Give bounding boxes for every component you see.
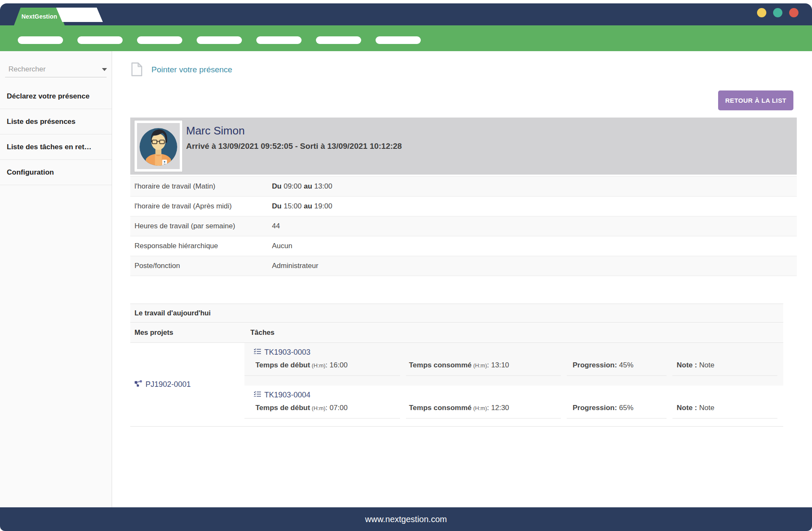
field-value: Note [699,404,714,412]
blank-tab[interactable] [56,8,103,22]
task-progress: Progression:65% [567,404,667,419]
table-header-row: Mes projets Tâches [130,323,783,343]
row-label: l'horaire de travail (Matin) [130,182,272,191]
page-title[interactable]: Pointer votre présence [151,65,232,74]
sidebar-item-liste-taches[interactable]: Liste des tâches en ret… [0,134,112,160]
footer-url[interactable]: www.nextgestion.com [365,515,447,524]
nav-placeholder-item[interactable] [18,36,63,44]
field-label: Note : [677,404,697,412]
column-header-projects: Mes projets [130,323,244,342]
nav-placeholder-item[interactable] [256,36,302,44]
task-link[interactable]: TK1903-0003 [254,348,783,357]
table-row: Poste/fonction Administrateur [130,256,797,276]
sidebar-item-label: Configuration [7,168,54,177]
task-details: Temps de début(H:m):16:00 Temps consommé… [244,361,783,376]
nav-placeholder-item[interactable] [137,36,182,44]
nav-placeholder-item[interactable] [316,36,361,44]
tasks-list: TK1903-0003 Temps de début(H:m):16:00 Te… [244,343,783,426]
row-label: Heures de travail (par semaine) [130,222,272,230]
project-hierarchy-icon [134,380,143,389]
field-value: 13:10 [491,361,509,369]
section-title: Le travail d'aujourd'hui [130,304,783,323]
table-row: Heures de travail (par semaine) 44 [130,216,797,236]
task-id: TK1903-0003 [264,348,310,357]
value-part: 19:00 [314,202,332,210]
row-label: Poste/fonction [130,262,272,270]
project-link[interactable]: PJ1902-0001 [130,343,244,426]
window-control-teal-icon[interactable] [773,8,782,17]
chevron-down-icon [102,68,107,71]
employee-info-table: l'horaire de travail (Matin) Du09:00au13… [130,176,797,276]
field-value: 16:00 [329,361,348,369]
value-part: au [304,182,312,190]
project-row: PJ1902-0001 [130,343,783,427]
project-id: PJ1902-0001 [145,380,191,389]
task-start-time: Temps de début(H:m):07:00 [244,404,400,419]
column-header-tasks: Tâches [244,323,783,342]
table-row: l'horaire de travail (Matin) Du09:00au13… [130,177,797,197]
table-row: l'horaire de travail (Après midi) Du15:0… [130,197,797,216]
app-window: NextGestion Déclarez votre présence List… [0,0,812,531]
sidebar: Déclarez votre présence Liste des présen… [0,51,112,507]
main-nav-bar [0,25,812,51]
task-consumed-time: Temps consommé(H:m):13:10 [406,361,561,376]
field-unit: (H:m) [312,405,326,411]
row-value: Aucun [272,242,797,250]
sidebar-item-liste-presences[interactable]: Liste des présences [0,109,112,134]
field-label: Temps de début [255,361,310,369]
field-unit: (H:m) [473,405,487,411]
value-part: Du [272,182,282,190]
sidebar-item-declarez-presence[interactable]: Déclarez votre présence [0,84,112,109]
search-select[interactable] [5,63,107,77]
task-id: TK1903-0004 [264,391,310,400]
brand-logo-text: NextGestion [22,13,58,20]
field-label: Progression: [573,361,617,369]
task-item: TK1903-0004 Temps de début(H:m):07:00 Te… [244,386,783,426]
task-link[interactable]: TK1903-0004 [254,391,783,400]
window-control-red-icon[interactable] [789,8,798,17]
task-start-time: Temps de début(H:m):16:00 [244,361,400,376]
row-value: Du15:00au19:00 [272,202,797,211]
checklist-icon [254,391,261,400]
nav-placeholder-item[interactable] [197,36,242,44]
sidebar-menu: Déclarez votre présence Liste des présen… [0,84,112,185]
row-label: l'horaire de travail (Après midi) [130,202,272,211]
value-part: au [304,202,312,210]
checklist-icon [254,348,261,357]
sidebar-item-configuration[interactable]: Configuration [0,160,112,185]
field-label: Temps de début [255,404,310,412]
value-part: 09:00 [284,182,302,190]
window-control-yellow-icon[interactable] [757,8,766,17]
field-value: 07:00 [329,404,348,412]
nav-placeholder-item[interactable] [376,36,421,44]
task-consumed-time: Temps consommé(H:m):12:30 [406,404,561,419]
back-to-list-button[interactable]: RETOUR À LA LIST [718,90,793,110]
field-sep: : [487,404,489,412]
footer-bar: www.nextgestion.com [0,507,812,531]
search-input[interactable] [5,65,102,75]
row-value: Administrateur [272,262,797,270]
field-unit: (H:m) [473,362,487,369]
table-row: Responsable hiérarchique Aucun [130,236,797,256]
field-value: 12:30 [491,404,509,412]
field-label: Temps consommé [409,361,472,369]
row-value: 44 [272,222,797,230]
sidebar-item-label: Liste des présences [7,118,76,126]
avatar [134,120,182,172]
field-unit: (H:m) [312,362,326,369]
presence-times: Arrivé à 13/09/2021 09:52:05 - Sorti à 1… [186,142,402,151]
field-label: Note : [677,361,697,369]
row-value: Du09:00au13:00 [272,182,797,191]
task-note: Note :Note [672,404,777,419]
field-label: Temps consommé [409,404,472,412]
field-label: Progression: [573,404,617,412]
field-value: Note [699,361,714,369]
window-title-bar: NextGestion [0,3,812,25]
employee-name: Marc Simon [186,124,245,137]
value-part: Du [272,202,282,210]
document-icon [131,62,143,78]
main-content: Pointer votre présence RETOUR À LA LIST [112,51,812,507]
field-sep: : [487,361,489,369]
sidebar-item-label: Liste des tâches en ret… [7,143,91,151]
nav-placeholder-item[interactable] [77,36,123,44]
